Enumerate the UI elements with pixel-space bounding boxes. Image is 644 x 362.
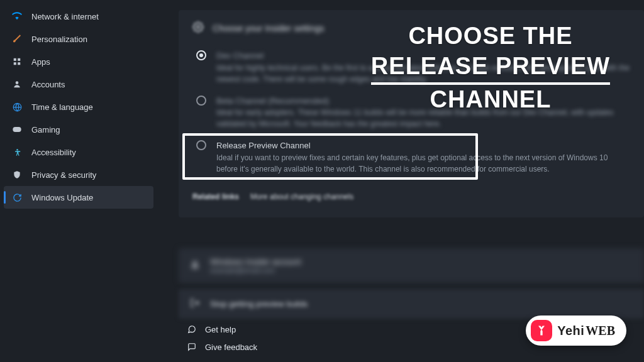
svg-point-7 — [16, 148, 18, 150]
svg-point-4 — [16, 81, 19, 84]
overlay-line1: CHOOSE THE — [352, 21, 629, 52]
user-icon — [11, 79, 23, 90]
shield-icon — [11, 169, 23, 180]
sidebar-item-label: Accessibility — [31, 148, 76, 157]
sidebar-item-label: Personalization — [31, 35, 87, 44]
radio-icon — [196, 50, 206, 60]
settings-icon — [192, 21, 204, 35]
user-icon — [190, 260, 201, 272]
overlay-headline: CHOOSE THE RELEASE PREVIEW CHANNEL — [352, 21, 629, 115]
radio-icon — [196, 140, 206, 150]
sidebar-item-gaming[interactable]: Gaming — [0, 118, 157, 141]
panel-title: Choose your Insider settings — [213, 23, 324, 33]
help-icon — [186, 325, 197, 334]
option-desc: Ideal if you want to preview fixes and c… — [216, 152, 630, 175]
svg-rect-1 — [18, 58, 20, 61]
svg-rect-0 — [14, 58, 16, 61]
sidebar-item-label: Time & language — [31, 102, 93, 112]
give-feedback-link[interactable]: Give feedback — [186, 338, 257, 356]
get-help-link[interactable]: Get help — [186, 321, 257, 338]
sidebar-item-time-language[interactable]: Time & language — [0, 96, 157, 118]
exit-icon — [190, 298, 201, 310]
sidebar-item-label: Apps — [31, 57, 50, 67]
get-help-label: Get help — [205, 325, 236, 334]
brush-icon — [11, 33, 23, 45]
logo-text-1: Yehi — [557, 324, 584, 338]
overlay-line3: CHANNEL — [352, 85, 629, 115]
footer-links: Get help Give feedback — [186, 321, 257, 356]
grid-icon — [11, 56, 23, 67]
sidebar-item-accessibility[interactable]: Accessibility — [0, 141, 157, 163]
sidebar-item-label: Network & internet — [31, 12, 99, 21]
globe-icon — [11, 101, 23, 112]
sidebar-item-label: Windows Update — [31, 193, 93, 202]
svg-rect-2 — [14, 62, 16, 65]
sidebar-item-label: Gaming — [31, 125, 60, 134]
svg-rect-3 — [18, 62, 20, 65]
sidebar-item-accounts[interactable]: Accounts — [0, 73, 157, 96]
logo-mark — [531, 320, 552, 341]
option-title: Release Preview Channel — [216, 140, 630, 152]
related-links: Related links More about changing channe… — [192, 192, 630, 201]
access-icon — [11, 146, 23, 158]
svg-point-8 — [197, 26, 200, 29]
svg-rect-6 — [13, 127, 21, 132]
related-label: Related links — [192, 192, 239, 201]
sidebar-item-apps[interactable]: Apps — [0, 50, 157, 73]
settings-sidebar: Network & internetPersonalizationAppsAcc… — [0, 0, 157, 362]
logo-text-2: WEB — [586, 324, 615, 338]
feedback-icon — [186, 343, 197, 351]
give-feedback-label: Give feedback — [205, 343, 257, 352]
sidebar-item-personalization[interactable]: Personalization — [0, 28, 157, 50]
insider-account-card[interactable]: Windows Insider account example@email.co… — [179, 248, 644, 283]
related-link[interactable]: More about changing channels — [250, 192, 353, 201]
account-email: example@email.com — [210, 266, 301, 274]
overlay-line2: RELEASE PREVIEW — [371, 52, 610, 85]
sidebar-item-windows-update[interactable]: Windows Update — [4, 186, 153, 209]
yehiweb-logo: Yehi WEB — [526, 315, 626, 346]
gamepad-icon — [11, 124, 23, 135]
wifi-icon — [11, 11, 23, 22]
sidebar-item-label: Privacy & security — [31, 170, 96, 180]
stop-title: Stop getting preview builds — [210, 299, 308, 309]
update-icon — [11, 192, 23, 203]
stop-preview-card[interactable]: Stop getting preview builds — [179, 289, 644, 319]
account-title: Windows Insider account — [210, 257, 301, 266]
sidebar-item-privacy-security[interactable]: Privacy & security — [0, 163, 157, 186]
radio-icon — [196, 96, 206, 106]
sidebar-item-network-internet[interactable]: Network & internet — [0, 5, 157, 28]
sidebar-item-label: Accounts — [31, 80, 65, 89]
svg-point-9 — [193, 261, 196, 265]
channel-option-release[interactable]: Release Preview ChannelIdeal if you want… — [192, 140, 630, 175]
